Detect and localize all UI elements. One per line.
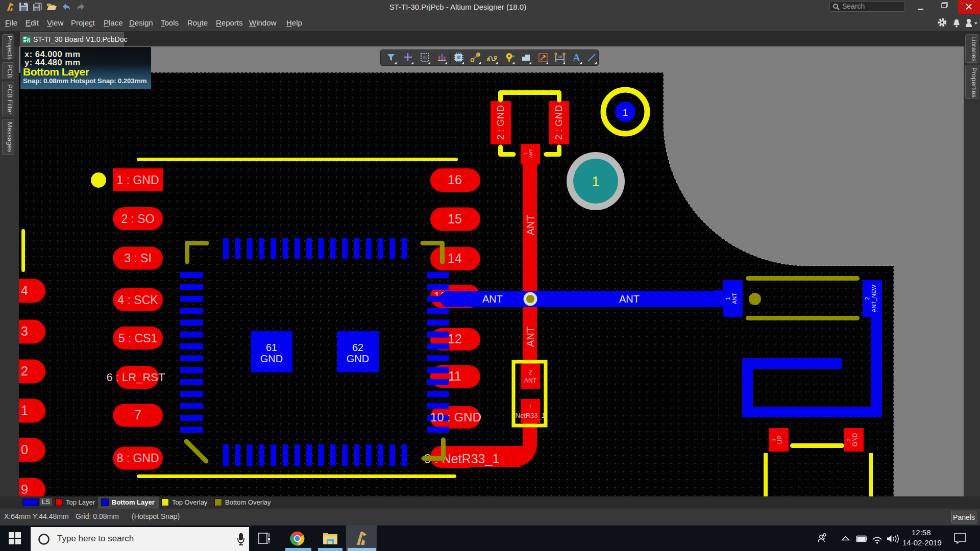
svg-text:ANT: ANT bbox=[524, 377, 537, 384]
svg-text:15: 15 bbox=[448, 212, 462, 226]
svg-text:11: 11 bbox=[448, 369, 461, 383]
svg-text:1: 1 bbox=[21, 403, 28, 417]
svg-text:1: 1 bbox=[529, 404, 531, 409]
svg-text:2 : GND: 2 : GND bbox=[553, 105, 564, 140]
svg-text:4: 4 bbox=[21, 283, 28, 297]
svg-text:ANT: ANT bbox=[619, 293, 640, 305]
svg-text:ANT: ANT bbox=[528, 149, 533, 158]
svg-text:12: 12 bbox=[448, 332, 462, 346]
svg-text:2 : GND: 2 : GND bbox=[495, 105, 506, 140]
svg-text:ANT: ANT bbox=[525, 327, 536, 347]
svg-text:2: 2 bbox=[529, 369, 532, 376]
svg-text:1: 1 bbox=[623, 107, 628, 118]
svg-text:2: 2 bbox=[21, 364, 28, 378]
svg-text:14: 14 bbox=[448, 251, 462, 265]
svg-text:3 : SI: 3 : SI bbox=[124, 252, 152, 265]
svg-text:ANT_NEW: ANT_NEW bbox=[871, 284, 877, 312]
svg-text:62: 62 bbox=[352, 342, 363, 353]
svg-text:5 : CS1: 5 : CS1 bbox=[118, 332, 158, 345]
svg-text:GND: GND bbox=[260, 353, 283, 364]
svg-text:8 : GND: 8 : GND bbox=[116, 452, 159, 465]
svg-text:2: 2 bbox=[846, 438, 851, 441]
svg-text:GND: GND bbox=[851, 433, 859, 446]
svg-text:61: 61 bbox=[266, 342, 277, 353]
svg-text:2 : SO: 2 : SO bbox=[121, 212, 154, 226]
svg-text:UP: UP bbox=[776, 436, 783, 444]
svg-text:10 : GND: 10 : GND bbox=[430, 410, 481, 424]
svg-text:NetR33_1: NetR33_1 bbox=[516, 412, 546, 419]
svg-text:1: 1 bbox=[523, 152, 528, 155]
svg-text:4 : SCK: 4 : SCK bbox=[117, 293, 158, 307]
svg-text:A: A bbox=[573, 52, 580, 63]
svg-text:ANT: ANT bbox=[525, 215, 536, 235]
svg-text:9: 9 bbox=[21, 482, 28, 496]
svg-text:GND: GND bbox=[347, 353, 369, 364]
svg-text:7: 7 bbox=[134, 408, 141, 422]
svg-text:1: 1 bbox=[592, 174, 599, 189]
svg-text:16: 16 bbox=[448, 172, 462, 187]
svg-text:6 : LR_RST: 6 : LR_RST bbox=[107, 371, 165, 384]
svg-text:0: 0 bbox=[21, 442, 28, 457]
svg-text:10: 10 bbox=[558, 55, 562, 59]
svg-text:2: 2 bbox=[864, 297, 870, 300]
svg-text:ANT: ANT bbox=[482, 293, 503, 305]
svg-text:1: 1 bbox=[725, 297, 731, 300]
svg-text:3: 3 bbox=[21, 324, 28, 338]
svg-text:ANT: ANT bbox=[731, 293, 738, 304]
svg-text:1: 1 bbox=[771, 438, 776, 441]
svg-text:1 : GND: 1 : GND bbox=[116, 173, 159, 187]
